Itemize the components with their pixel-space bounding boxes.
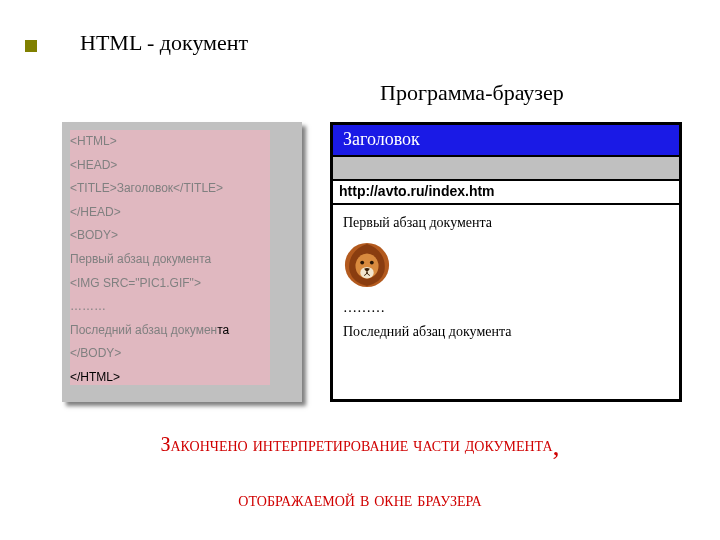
code-line: <HEAD> <box>70 156 294 175</box>
bullet-icon <box>25 40 37 52</box>
browser-toolbar <box>333 155 679 181</box>
code-tag: </TITLE> <box>173 181 223 195</box>
code-text: Заголовок <box>117 181 173 195</box>
code-line: <HTML> <box>70 132 294 151</box>
caption-text: Закончено интерпретирование части докуме… <box>160 433 552 455</box>
code-line: <IMG SRC="PIC1.GIF"> <box>70 274 294 293</box>
heading-browser-program: Программа-браузер <box>380 80 564 106</box>
svg-point-4 <box>370 260 374 264</box>
browser-content-area: Первый абзац документа ……… Последний абз… <box>333 205 679 353</box>
code-line: Последний абзац документа <box>70 321 294 340</box>
browser-address-bar[interactable]: http://avto.ru/index.htm <box>333 181 679 205</box>
code-line: <BODY> <box>70 226 294 245</box>
content-dots: ……… <box>343 298 669 318</box>
svg-point-3 <box>360 260 364 264</box>
heading-html-document: HTML - документ <box>80 30 248 56</box>
code-text: та <box>217 323 229 337</box>
code-line: Первый абзац документа <box>70 250 294 269</box>
content-paragraph: Последний абзац документа <box>343 322 669 342</box>
browser-title-bar: Заголовок <box>333 125 679 155</box>
content-paragraph: Первый абзац документа <box>343 213 669 233</box>
browser-window: Заголовок http://avto.ru/index.htm Первы… <box>330 122 682 402</box>
caption-line-1: Закончено интерпретирование части докуме… <box>0 430 720 462</box>
lion-image-icon <box>343 241 391 289</box>
code-tag: <TITLE> <box>70 181 117 195</box>
code-line: </HEAD> <box>70 203 294 222</box>
code-line: ……… <box>70 297 294 316</box>
caption-comma: , <box>553 430 560 461</box>
code-text: Последний абзац докумен <box>70 323 217 337</box>
caption-line-2: отображаемой в окне браузера <box>0 488 720 511</box>
code-line: </BODY> <box>70 344 294 363</box>
code-line: <TITLE>Заголовок</TITLE> <box>70 179 294 198</box>
code-line: </HTML> <box>70 368 294 387</box>
html-source-panel: <HTML> <HEAD> <TITLE>Заголовок</TITLE> <… <box>62 122 302 402</box>
